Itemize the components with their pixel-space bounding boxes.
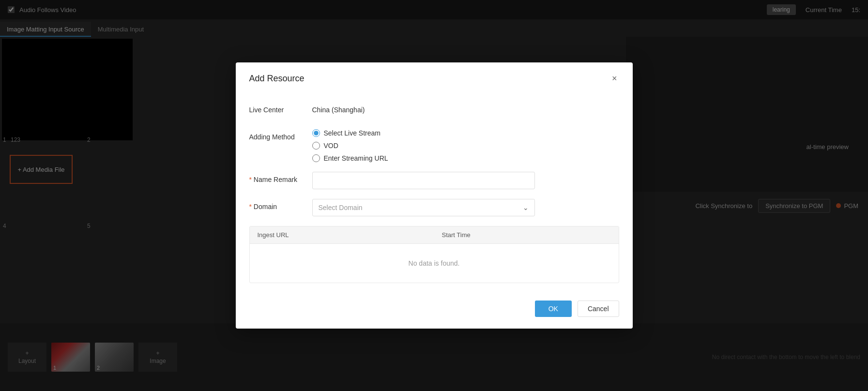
- live-center-label: Live Center: [249, 102, 312, 114]
- name-remark-label: Name Remark: [249, 172, 312, 183]
- adding-method-radio-group: Select Live Stream VOD Enter Streaming U…: [312, 129, 388, 162]
- col-ingest-url: Ingest URL: [250, 226, 434, 243]
- chevron-down-icon: ⌄: [523, 204, 529, 211]
- domain-select-wrapper: Select Domain ⌄: [312, 199, 535, 216]
- radio-enter-streaming-url[interactable]: Enter Streaming URL: [312, 154, 388, 162]
- no-data-message: No data is found.: [409, 259, 460, 267]
- domain-select-placeholder: Select Domain: [319, 204, 363, 211]
- dialog-header: Add Resource ×: [236, 62, 633, 92]
- domain-select-button[interactable]: Select Domain ⌄: [312, 199, 535, 216]
- col-start-time: Start Time: [434, 226, 619, 243]
- adding-method-row: Adding Method Select Live Stream VOD Ent…: [249, 129, 619, 162]
- table-body: No data is found.: [250, 244, 619, 283]
- add-resource-dialog: Add Resource × Live Center China (Shangh…: [236, 62, 633, 329]
- cancel-button[interactable]: Cancel: [578, 301, 619, 317]
- dialog-footer: OK Cancel: [236, 293, 633, 329]
- domain-row: Domain Select Domain ⌄: [249, 199, 619, 216]
- radio-vod-label: VOD: [324, 142, 338, 150]
- name-remark-row: Name Remark: [249, 172, 619, 189]
- radio-select-live-stream-input[interactable]: [312, 129, 320, 137]
- radio-vod[interactable]: VOD: [312, 142, 388, 150]
- dialog-close-button[interactable]: ×: [610, 72, 619, 85]
- table-header: Ingest URL Start Time: [250, 226, 619, 244]
- radio-enter-streaming-url-input[interactable]: [312, 154, 320, 162]
- modal-overlay: Add Resource × Live Center China (Shangh…: [0, 0, 868, 391]
- radio-select-live-stream-label: Select Live Stream: [324, 129, 381, 137]
- name-remark-input[interactable]: [312, 172, 535, 189]
- live-center-row: Live Center China (Shanghai): [249, 102, 619, 120]
- dialog-body: Live Center China (Shanghai) Adding Meth…: [236, 92, 633, 293]
- dialog-title: Add Resource: [249, 74, 305, 84]
- streams-table: Ingest URL Start Time No data is found.: [249, 226, 619, 283]
- radio-select-live-stream[interactable]: Select Live Stream: [312, 129, 388, 137]
- radio-enter-streaming-url-label: Enter Streaming URL: [324, 154, 388, 162]
- domain-label: Domain: [249, 199, 312, 211]
- radio-vod-input[interactable]: [312, 142, 320, 150]
- live-center-value: China (Shanghai): [312, 102, 365, 114]
- adding-method-label: Adding Method: [249, 129, 312, 141]
- ok-button[interactable]: OK: [535, 301, 572, 317]
